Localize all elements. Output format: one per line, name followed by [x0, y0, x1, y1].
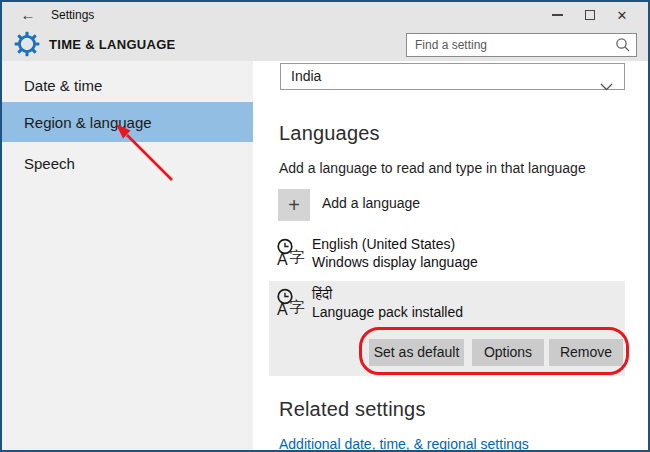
search-input[interactable]: [406, 33, 637, 57]
svg-text:字: 字: [290, 248, 305, 265]
add-language-button[interactable]: + Add a language: [278, 189, 638, 221]
language-item-english[interactable]: A 字 English (United States) Windows disp…: [269, 231, 625, 277]
window-title: Settings: [51, 2, 94, 28]
content-pane: India Languages Add a language to read a…: [253, 61, 648, 450]
sidebar-item-region-language[interactable]: Region & language: [2, 102, 253, 142]
minimize-button[interactable]: [542, 2, 572, 28]
additional-settings-link[interactable]: Additional date, time, & regional settin…: [279, 436, 529, 452]
chevron-down-icon: [600, 74, 613, 99]
back-icon[interactable]: ←: [16, 2, 40, 28]
sidebar: Date & time Region & language Speech: [2, 61, 253, 450]
language-icon: A 字: [274, 287, 306, 323]
language-name: English (United States): [312, 236, 455, 252]
language-item-hindi[interactable]: A 字 हिंदी Language pack installed Set as…: [269, 281, 625, 376]
add-language-label: Add a language: [322, 195, 420, 211]
title-bar: ← Settings ✕: [2, 2, 648, 28]
sidebar-item-date-time[interactable]: Date & time: [2, 68, 253, 102]
svg-text:字: 字: [290, 298, 305, 315]
related-settings-heading: Related settings: [279, 398, 426, 421]
set-as-default-button[interactable]: Set as default: [369, 339, 464, 366]
language-status: Language pack installed: [312, 304, 463, 320]
plus-icon[interactable]: +: [278, 189, 310, 221]
close-button[interactable]: ✕: [607, 2, 637, 28]
section-title: TIME & LANGUAGE: [49, 28, 176, 61]
languages-subtitle: Add a language to read and type in that …: [279, 160, 586, 176]
maximize-button[interactable]: [575, 2, 605, 28]
language-status: Windows display language: [312, 254, 478, 270]
app-header: TIME & LANGUAGE: [2, 28, 648, 61]
sidebar-item-speech[interactable]: Speech: [2, 146, 253, 180]
language-name: हिंदी: [312, 286, 332, 303]
gear-icon: [14, 31, 40, 61]
options-button[interactable]: Options: [472, 339, 544, 366]
language-icon: A 字: [274, 237, 306, 273]
country-region-dropdown[interactable]: India: [280, 63, 625, 90]
svg-text:A: A: [277, 301, 288, 318]
search-icon[interactable]: [615, 37, 631, 57]
settings-window: ← Settings ✕ TIME & LANGUAGE: [0, 0, 650, 452]
remove-button[interactable]: Remove: [549, 339, 623, 366]
country-region-value: India: [291, 68, 321, 84]
languages-heading: Languages: [279, 122, 380, 145]
svg-text:A: A: [277, 251, 288, 268]
minimize-icon: [552, 14, 563, 16]
search-box: [406, 33, 637, 57]
maximize-icon: [585, 10, 595, 20]
